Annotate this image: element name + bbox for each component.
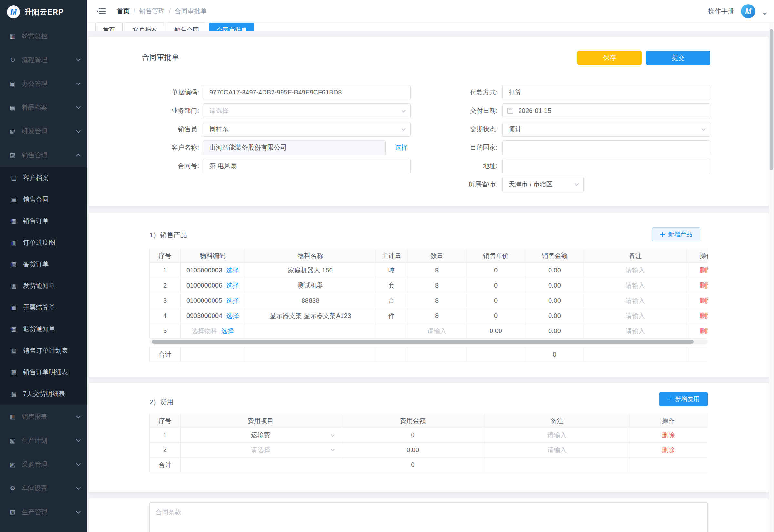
note-placeholder[interactable]: 请输入	[547, 446, 567, 453]
sidebar-item-materials[interactable]: ▤料品档案	[0, 95, 87, 119]
note-placeholder[interactable]: 请输入	[626, 267, 645, 274]
sidebar-item-stock-order[interactable]: ▦备货订单	[0, 253, 87, 275]
tab-contract-approval[interactable]: 合同审批单	[209, 23, 254, 31]
note-placeholder[interactable]: 请输入	[626, 297, 645, 304]
breadcrumb-home[interactable]: 首页	[117, 7, 130, 15]
tab-sales-contract[interactable]: 销售合同	[167, 23, 206, 31]
cell-price[interactable]: 0.00	[467, 323, 525, 339]
avatar[interactable]: M	[741, 4, 755, 18]
material-code-placeholder[interactable]: 选择物料	[192, 327, 217, 335]
sidebar-item-production-mgmt[interactable]: ▧生产管理	[0, 500, 87, 524]
cell-note[interactable]: 请输入	[584, 278, 687, 293]
tab-customer-archive[interactable]: 客户档案	[125, 23, 164, 31]
cell-note[interactable]: 请输入	[485, 428, 629, 443]
note-placeholder[interactable]: 请输入	[626, 282, 645, 289]
note-placeholder[interactable]: 请输入	[626, 327, 645, 334]
province-city-input[interactable]	[502, 177, 584, 192]
tab-home[interactable]: 首页	[95, 23, 123, 31]
sidebar-item-sales-contract[interactable]: ▤销售合同	[0, 189, 87, 210]
sidebar-item-dashboard[interactable]: ▥经营总控	[0, 24, 87, 48]
cell-price[interactable]: 0	[467, 308, 525, 323]
cell-fee-amount[interactable]: 0	[341, 428, 485, 443]
select-material-link[interactable]: 选择	[226, 311, 239, 320]
cell-qty[interactable]: 8	[407, 308, 467, 323]
salesperson-select[interactable]	[203, 122, 411, 137]
province-city-select[interactable]	[502, 177, 584, 192]
select-customer-link[interactable]: 选择	[395, 143, 408, 152]
note-placeholder[interactable]: 请输入	[626, 312, 645, 319]
cell-note[interactable]: 请输入	[584, 323, 687, 339]
address-input[interactable]	[502, 159, 710, 173]
sidebar-item-7day-delivery-report[interactable]: ▩7天交货明细表	[0, 383, 87, 405]
collapse-sidebar-icon[interactable]	[97, 7, 106, 15]
cell-price[interactable]: 0	[467, 278, 525, 293]
cell-qty[interactable]: 8	[407, 263, 467, 278]
department-select[interactable]	[203, 103, 411, 118]
fee-item-select[interactable]: 运输费	[181, 428, 341, 443]
cell-note[interactable]: 请输入	[485, 443, 629, 458]
sidebar-item-production-plan[interactable]: ▧生产计划	[0, 429, 87, 452]
vertical-scrollbar-thumb[interactable]	[770, 29, 773, 170]
delivery-date-picker[interactable]	[502, 103, 710, 118]
delivery-date-input[interactable]	[502, 103, 710, 118]
sidebar-item-sales-mgmt[interactable]: ▨销售管理	[0, 143, 87, 167]
user-menu-caret-icon[interactable]	[762, 13, 767, 15]
sidebar-item-process-mgmt[interactable]: ↻流程管理	[0, 48, 87, 72]
salesperson-input[interactable]	[203, 122, 411, 137]
cell-price[interactable]: 0	[467, 293, 525, 308]
delete-row-link[interactable]: 删除	[700, 327, 708, 334]
cell-qty[interactable]: 8	[407, 278, 467, 293]
vertical-scrollbar[interactable]	[769, 23, 773, 532]
sidebar-item-customer-archive[interactable]: ▤客户档案	[0, 167, 87, 189]
fee-item-select[interactable]: 请选择	[181, 443, 341, 458]
payment-input[interactable]	[502, 85, 710, 100]
delete-row-link[interactable]: 删除	[700, 297, 708, 304]
contract-no-input[interactable]	[203, 159, 411, 173]
delete-row-link[interactable]: 删除	[662, 431, 675, 438]
delivery-status-select[interactable]	[502, 122, 710, 137]
add-fee-button[interactable]: 新增费用	[659, 392, 708, 406]
dest-country-input[interactable]	[502, 140, 710, 155]
sidebar-item-sales-report[interactable]: ▥销售报表	[0, 405, 87, 429]
horizontal-scrollbar[interactable]	[149, 340, 708, 344]
sidebar-item-invoice-settlement[interactable]: ▦开票结算单	[0, 297, 87, 318]
sidebar-item-office-mgmt[interactable]: ▣办公管理	[0, 72, 87, 95]
qty-placeholder[interactable]: 请输入	[427, 327, 447, 334]
delete-row-link[interactable]: 删除	[662, 446, 675, 453]
cell-note[interactable]: 请输入	[584, 308, 687, 323]
sidebar-item-shipping-notice[interactable]: ▦发货通知单	[0, 275, 87, 297]
submit-button[interactable]: 提交	[646, 51, 710, 65]
department-input[interactable]	[203, 103, 411, 118]
sidebar-item-workshop-settings[interactable]: ⚙车间设置	[0, 476, 87, 500]
sidebar-item-order-progress[interactable]: ▥订单进度图	[0, 232, 87, 253]
select-material-link[interactable]: 选择	[226, 296, 239, 305]
select-material-link[interactable]: 选择	[226, 281, 239, 290]
sidebar-item-rnd-mgmt[interactable]: ▧研发管理	[0, 119, 87, 143]
sidebar-item-order-detail-report[interactable]: ▩销售订单明细表	[0, 361, 87, 383]
add-product-button[interactable]: 新增产品	[652, 227, 700, 241]
manual-link[interactable]: 操作手册	[708, 7, 734, 15]
save-button[interactable]: 保存	[577, 51, 642, 65]
delete-row-link[interactable]: 删除	[700, 312, 708, 319]
select-material-link[interactable]: 选择	[226, 266, 239, 275]
contract-terms-textarea[interactable]	[149, 502, 708, 532]
delete-row-link[interactable]: 删除	[700, 267, 708, 274]
doc-code-input[interactable]	[203, 85, 411, 100]
cell-fee-amount[interactable]: 0.00	[341, 443, 485, 458]
cell-note[interactable]: 请输入	[584, 263, 687, 278]
cell-qty[interactable]: 请输入	[407, 323, 467, 339]
horizontal-scrollbar-thumb[interactable]	[152, 340, 694, 344]
sidebar-item-sales-order[interactable]: ▦销售订单	[0, 210, 87, 232]
note-placeholder[interactable]: 请输入	[547, 431, 567, 438]
delivery-status-input[interactable]	[502, 122, 710, 137]
delete-row-link[interactable]: 删除	[700, 282, 708, 289]
cell-qty[interactable]: 8	[407, 293, 467, 308]
sidebar-item-order-plan-report[interactable]: ▩销售订单计划表	[0, 340, 87, 361]
sidebar-item-return-notice[interactable]: ▦退货通知单	[0, 318, 87, 340]
sidebar-item-outsourcing[interactable]: ▨委外管理	[0, 524, 87, 532]
sidebar-item-purchasing[interactable]: ▨采购管理	[0, 452, 87, 476]
select-material-link[interactable]: 选择	[221, 327, 234, 335]
cell-note[interactable]: 请输入	[584, 293, 687, 308]
cell-price[interactable]: 0	[467, 263, 525, 278]
breadcrumb-sales-mgmt[interactable]: 销售管理	[139, 7, 165, 15]
